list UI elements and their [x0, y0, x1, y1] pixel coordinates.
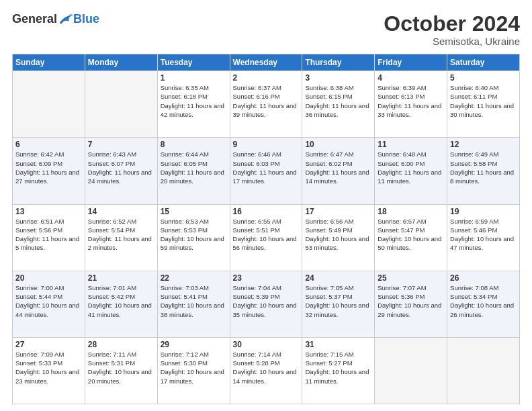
day-info: Sunrise: 7:12 AMSunset: 5:30 PMDaylight:… — [161, 350, 227, 385]
calendar-cell: 16Sunrise: 6:55 AMSunset: 5:51 PMDayligh… — [230, 204, 302, 271]
calendar-row: 6Sunrise: 6:42 AMSunset: 6:09 PMDaylight… — [13, 138, 520, 204]
calendar-cell: 18Sunrise: 6:57 AMSunset: 5:47 PMDayligh… — [375, 204, 447, 271]
header: General Blue October 2024 Semisotka, Ukr… — [12, 12, 520, 47]
day-info: Sunrise: 7:15 AMSunset: 5:27 PMDaylight:… — [305, 350, 371, 385]
day-info: Sunrise: 7:07 AMSunset: 5:36 PMDaylight:… — [378, 283, 444, 319]
day-info: Sunrise: 6:38 AMSunset: 6:15 PMDaylight:… — [305, 83, 371, 119]
day-number: 17 — [305, 207, 371, 216]
logo-general-text: General — [12, 12, 57, 26]
logo-blue-text: Blue — [73, 12, 99, 26]
day-info: Sunrise: 6:56 AMSunset: 5:49 PMDaylight:… — [305, 217, 371, 253]
day-number: 4 — [378, 73, 444, 83]
day-number: 28 — [88, 340, 154, 349]
calendar-cell: 13Sunrise: 6:51 AMSunset: 5:56 PMDayligh… — [13, 204, 85, 271]
day-number: 1 — [161, 73, 227, 83]
day-number: 21 — [88, 273, 154, 283]
calendar-cell: 2Sunrise: 6:37 AMSunset: 6:16 PMDaylight… — [230, 71, 302, 138]
logo: General Blue — [12, 12, 99, 26]
day-number: 8 — [161, 140, 227, 149]
day-number: 18 — [378, 207, 444, 216]
day-info: Sunrise: 6:52 AMSunset: 5:54 PMDaylight:… — [88, 217, 154, 253]
day-info: Sunrise: 7:09 AMSunset: 5:33 PMDaylight:… — [15, 350, 82, 385]
day-info: Sunrise: 6:46 AMSunset: 6:03 PMDaylight:… — [233, 150, 300, 185]
calendar-cell: 5Sunrise: 6:40 AMSunset: 6:11 PMDaylight… — [447, 71, 520, 138]
calendar-cell: 26Sunrise: 7:08 AMSunset: 5:34 PMDayligh… — [447, 271, 520, 337]
day-header: Tuesday — [157, 54, 230, 71]
day-info: Sunrise: 7:08 AMSunset: 5:34 PMDaylight:… — [450, 283, 517, 319]
calendar-cell: 7Sunrise: 6:43 AMSunset: 6:07 PMDaylight… — [85, 138, 157, 204]
day-info: Sunrise: 6:51 AMSunset: 5:56 PMDaylight:… — [15, 217, 82, 253]
calendar-cell: 8Sunrise: 6:44 AMSunset: 6:05 PMDaylight… — [157, 138, 230, 204]
day-info: Sunrise: 6:44 AMSunset: 6:05 PMDaylight:… — [161, 150, 227, 185]
calendar-cell: 29Sunrise: 7:12 AMSunset: 5:30 PMDayligh… — [157, 337, 230, 404]
calendar-cell: 20Sunrise: 7:00 AMSunset: 5:44 PMDayligh… — [13, 271, 85, 337]
day-info: Sunrise: 7:14 AMSunset: 5:28 PMDaylight:… — [233, 350, 300, 385]
calendar-cell — [13, 71, 85, 138]
day-number: 26 — [450, 273, 517, 283]
day-number: 22 — [161, 273, 227, 283]
day-info: Sunrise: 7:00 AMSunset: 5:44 PMDaylight:… — [15, 283, 82, 319]
day-header: Thursday — [302, 54, 375, 71]
calendar: SundayMondayTuesdayWednesdayThursdayFrid… — [12, 54, 520, 404]
calendar-header-row: SundayMondayTuesdayWednesdayThursdayFrid… — [13, 54, 520, 71]
day-info: Sunrise: 6:53 AMSunset: 5:53 PMDaylight:… — [161, 217, 227, 253]
calendar-cell — [85, 71, 157, 138]
day-number: 5 — [450, 73, 517, 83]
calendar-row: 13Sunrise: 6:51 AMSunset: 5:56 PMDayligh… — [13, 204, 520, 271]
calendar-cell: 25Sunrise: 7:07 AMSunset: 5:36 PMDayligh… — [375, 271, 447, 337]
day-info: Sunrise: 6:49 AMSunset: 5:58 PMDaylight:… — [450, 150, 517, 185]
day-number: 10 — [305, 140, 371, 149]
day-info: Sunrise: 7:05 AMSunset: 5:37 PMDaylight:… — [305, 283, 371, 319]
day-number: 14 — [88, 207, 154, 216]
day-header: Saturday — [447, 54, 520, 71]
calendar-cell: 12Sunrise: 6:49 AMSunset: 5:58 PMDayligh… — [447, 138, 520, 204]
main-title: October 2024 — [384, 12, 520, 36]
calendar-cell: 30Sunrise: 7:14 AMSunset: 5:28 PMDayligh… — [230, 337, 302, 404]
day-header: Friday — [375, 54, 447, 71]
calendar-cell: 22Sunrise: 7:03 AMSunset: 5:41 PMDayligh… — [157, 271, 230, 337]
day-number: 13 — [15, 207, 82, 216]
calendar-cell: 28Sunrise: 7:11 AMSunset: 5:31 PMDayligh… — [85, 337, 157, 404]
day-number: 27 — [15, 340, 82, 349]
calendar-cell: 6Sunrise: 6:42 AMSunset: 6:09 PMDaylight… — [13, 138, 85, 204]
calendar-row: 1Sunrise: 6:35 AMSunset: 6:18 PMDaylight… — [13, 71, 520, 138]
day-info: Sunrise: 6:35 AMSunset: 6:18 PMDaylight:… — [161, 83, 227, 119]
day-info: Sunrise: 6:47 AMSunset: 6:02 PMDaylight:… — [305, 150, 371, 185]
calendar-cell: 4Sunrise: 6:39 AMSunset: 6:13 PMDaylight… — [375, 71, 447, 138]
day-info: Sunrise: 7:11 AMSunset: 5:31 PMDaylight:… — [88, 350, 154, 385]
day-number: 7 — [88, 140, 154, 149]
calendar-cell: 23Sunrise: 7:04 AMSunset: 5:39 PMDayligh… — [230, 271, 302, 337]
calendar-cell: 14Sunrise: 6:52 AMSunset: 5:54 PMDayligh… — [85, 204, 157, 271]
day-header: Sunday — [13, 54, 85, 71]
calendar-cell: 31Sunrise: 7:15 AMSunset: 5:27 PMDayligh… — [302, 337, 375, 404]
day-info: Sunrise: 6:57 AMSunset: 5:47 PMDaylight:… — [378, 217, 444, 253]
day-info: Sunrise: 6:43 AMSunset: 6:07 PMDaylight:… — [88, 150, 154, 185]
calendar-cell — [447, 337, 520, 404]
day-number: 6 — [15, 140, 82, 149]
calendar-row: 27Sunrise: 7:09 AMSunset: 5:33 PMDayligh… — [13, 337, 520, 404]
day-number: 20 — [15, 273, 82, 283]
day-number: 19 — [450, 207, 517, 216]
day-info: Sunrise: 6:37 AMSunset: 6:16 PMDaylight:… — [233, 83, 300, 119]
day-info: Sunrise: 6:39 AMSunset: 6:13 PMDaylight:… — [378, 83, 444, 119]
calendar-cell: 3Sunrise: 6:38 AMSunset: 6:15 PMDaylight… — [302, 71, 375, 138]
day-number: 30 — [233, 340, 300, 349]
day-info: Sunrise: 6:42 AMSunset: 6:09 PMDaylight:… — [15, 150, 82, 185]
day-number: 15 — [161, 207, 227, 216]
calendar-cell: 24Sunrise: 7:05 AMSunset: 5:37 PMDayligh… — [302, 271, 375, 337]
calendar-cell: 10Sunrise: 6:47 AMSunset: 6:02 PMDayligh… — [302, 138, 375, 204]
day-number: 25 — [378, 273, 444, 283]
calendar-cell: 11Sunrise: 6:48 AMSunset: 6:00 PMDayligh… — [375, 138, 447, 204]
day-number: 9 — [233, 140, 300, 149]
page: General Blue October 2024 Semisotka, Ukr… — [0, 0, 532, 411]
day-info: Sunrise: 7:03 AMSunset: 5:41 PMDaylight:… — [161, 283, 227, 319]
day-number: 11 — [378, 140, 444, 149]
day-header: Monday — [85, 54, 157, 71]
day-info: Sunrise: 6:55 AMSunset: 5:51 PMDaylight:… — [233, 217, 300, 253]
day-header: Wednesday — [230, 54, 302, 71]
day-info: Sunrise: 7:04 AMSunset: 5:39 PMDaylight:… — [233, 283, 300, 319]
title-block: October 2024 Semisotka, Ukraine — [384, 12, 520, 47]
day-number: 29 — [161, 340, 227, 349]
day-number: 31 — [305, 340, 371, 349]
calendar-cell: 27Sunrise: 7:09 AMSunset: 5:33 PMDayligh… — [13, 337, 85, 404]
